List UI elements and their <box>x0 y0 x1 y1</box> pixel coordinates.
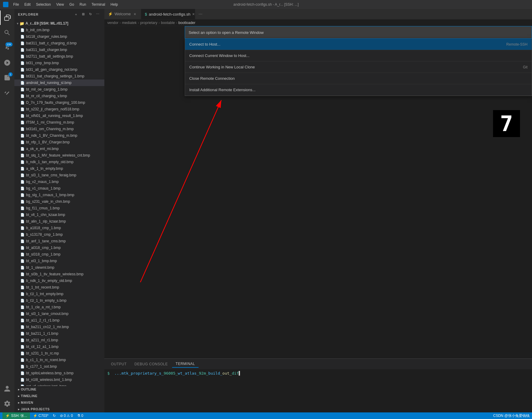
command-item-continue-working[interactable]: Continue Working in New Local Clone Git <box>185 61 532 73</box>
breadcrumb-bootable[interactable]: bootable <box>161 21 175 25</box>
tree-file-item[interactable]: 📄 bg_slg_1_cmaus_1_bmp.bmp <box>14 192 104 198</box>
tree-file-item[interactable]: 📄 bt_vlt_1_chn_kzaar.bmp <box>14 211 104 218</box>
tree-file-item[interactable]: 📄 bt_a11_2_r1_r1.bmp <box>14 317 104 324</box>
new-folder-button[interactable]: ⊞ <box>80 11 86 17</box>
status-branch-item[interactable]: ⚡ C703* <box>32 412 49 419</box>
tree-file-item[interactable]: 📄 bt_n1l8_wireless.bmt_1.bmp <box>14 376 104 383</box>
tree-file-item[interactable]: 📄 bt_1_cle_a_mt_t.bmp <box>14 304 104 310</box>
tree-file-item[interactable]: 📄 bt_sl3_1_tane_cms_feraig.bmp <box>14 172 104 178</box>
tree-file-item[interactable]: 📄 b_t1l_1_tn_empty_s.bmp <box>14 297 104 304</box>
tree-file-item[interactable]: 📄 b_ndk_1_tan_empty_old.bmp <box>14 159 104 165</box>
menu-selection[interactable]: Selection <box>34 2 53 7</box>
tree-file-item[interactable]: 📄 b_s13178_cmp_1.bmp <box>14 231 104 238</box>
tree-file-item[interactable]: 📄 bt_al318_cmp_1.bmp <box>14 244 104 251</box>
tree-file-item[interactable]: 📄 b_ndk_1_tiv_empty_old.bmp <box>14 277 104 284</box>
terminal-tab-debug[interactable]: DEBUG CONSOLE <box>131 361 171 367</box>
command-input-field[interactable] <box>189 30 528 35</box>
tree-file-item[interactable]: 📄 D_7n_179_faults_charging_100.bmp <box>14 99 104 106</box>
tree-file-item[interactable]: 📄 bt_sl318_cmp_1.bmp <box>14 251 104 258</box>
search-activity-icon[interactable] <box>0 25 14 40</box>
run-debug-activity-icon[interactable] <box>0 55 14 70</box>
status-errors-item[interactable]: ⊘ 0 ⚠ 0 <box>59 412 74 419</box>
java-projects-panel[interactable]: ▸ JAVA PROJECTS <box>14 406 104 412</box>
tab-android-fetch-close[interactable]: × <box>192 12 195 16</box>
tab-android-fetch[interactable]: $ android-fetch-configs.sh × <box>141 9 195 19</box>
tree-file-item[interactable]: 📄 bt118_charger_rules.bmp <box>14 33 104 40</box>
tab-welcome-close[interactable]: × <box>133 12 137 16</box>
tab-welcome[interactable]: ⚡ Welcome × <box>104 9 141 19</box>
tree-file-item[interactable]: 📄 bt2711_batt_all_settings.bmp <box>14 53 104 60</box>
tree-file-item[interactable]: 📄 bt_cil_12_a1_1.bmp <box>14 343 104 350</box>
tree-file-item[interactable]: 📄 ITSM_1_mi_Chanring_m.bmp <box>14 119 104 126</box>
tree-file-item[interactable]: 📄 bt_a211_ml_r1.bmp <box>14 337 104 343</box>
terminal-tab-terminal[interactable]: TERMINAL <box>172 361 199 368</box>
extensions-activity-icon[interactable]: 1 <box>0 70 14 85</box>
tree-file-item[interactable]: 📄 bt_spitoLwireless.bmp_s.bmp <box>14 370 104 376</box>
terminal-tab-output[interactable]: OUTPUT <box>107 361 130 367</box>
menu-help[interactable]: Help <box>108 2 121 7</box>
tree-file-item[interactable]: 📄 bt_s232_jl_chargers_nol518.bmp <box>14 106 104 112</box>
timeline-panel[interactable]: ▸ TIMELINE <box>14 393 104 399</box>
command-input-box[interactable] <box>185 26 532 39</box>
tree-file-item[interactable]: 📄 bg_v1_cmaus_1.bmp <box>14 185 104 192</box>
tree-file-item[interactable]: 📄 bg_s231_vale_in_chm.bmp <box>14 198 104 205</box>
remote-explorer-activity-icon[interactable] <box>0 85 14 100</box>
tree-file-item[interactable]: 📄 android_led_running_sl.bmp <box>14 79 104 86</box>
collapse-button[interactable]: ⋯ <box>95 11 101 17</box>
tree-file-item[interactable]: 📄 bg_v2_maus_1.bmp <box>14 178 104 185</box>
tree-file-item[interactable]: 📄 b_init_cm.bmp <box>14 27 104 33</box>
source-control-activity-icon[interactable]: 10K <box>0 40 14 55</box>
tree-file-item[interactable]: 📄 bt_alin_1_slp_kzaar.bmp <box>14 218 104 225</box>
root-folder-item[interactable]: ▾ 📁 A_r...E9 [SSH: ML.r01.17] <box>14 20 104 27</box>
tree-file-item[interactable]: 📄 bt311_bat_charging_settings_1.bmp <box>14 73 104 79</box>
menu-terminal[interactable]: Terminal <box>89 2 107 7</box>
tree-file-item[interactable]: 📄 bt_el3_1_bmp.bmp <box>14 258 104 264</box>
terminal-content[interactable]: $ ...mtk_proprietary_s_ 96005_ wt_atlas_… <box>104 369 532 412</box>
tree-file-item[interactable]: 📄 bt_anf_1_tane_cms.bmp <box>14 238 104 244</box>
tree-file-item[interactable]: 📄 bt_1_tnt_recent.bmp <box>14 284 104 291</box>
explorer-activity-icon[interactable] <box>0 10 14 25</box>
tab-overflow-button[interactable]: ⋯ <box>195 9 206 19</box>
maven-panel[interactable]: ▸ MAVEN <box>14 399 104 406</box>
tree-file-item[interactable]: 📄 b_c177_1_oot.bmp <box>14 363 104 370</box>
menu-edit[interactable]: Edit <box>22 2 33 7</box>
command-item-close-remote[interactable]: Close Remote Connection <box>185 73 532 84</box>
tree-file-item[interactable]: 📄 bt_sl3_1_tane_cmout.bmp <box>14 310 104 317</box>
tree-file-item[interactable]: 📄 bat311_batt_charger.bmp <box>14 46 104 53</box>
breadcrumb-proprietary[interactable]: proprietary <box>140 21 157 25</box>
new-file-button[interactable]: + <box>73 11 79 17</box>
status-remote-button[interactable]: ⚡ SSH: 张... <box>2 412 30 419</box>
tree-file-item[interactable]: 📄 bt_sl3b_1_tiv_feature_wireless.bmp <box>14 271 104 277</box>
tree-file-item[interactable]: 📄 bt_mil_oe_carging_1.bmp <box>14 86 104 93</box>
tree-file-item[interactable]: 📄 ast_vf_wireless.kmt_bmp <box>14 383 104 386</box>
status-tests-item[interactable]: ⚗ 0 <box>76 412 85 419</box>
breadcrumb-bootloader[interactable]: bootloader <box>178 21 196 25</box>
tree-file-item[interactable]: 📄 bt_nr_cil_charging_v.bmp <box>14 93 104 99</box>
tree-file-item[interactable]: 📄 bt31_all_gen_charging_nol.bmp <box>14 66 104 73</box>
breadcrumb-vendor[interactable]: vendor <box>107 21 118 25</box>
explorer-tree[interactable]: ▾ 📁 A_r...E9 [SSH: ML.r01.17] 📄 b_init_c… <box>14 19 104 386</box>
tree-file-item[interactable]: 📄 bt_nfp_1_BV_Charger.bmp <box>14 139 104 145</box>
tree-file-item[interactable]: 📄 bt_s231_1_tn_rc.mp <box>14 350 104 357</box>
command-item-connect-current[interactable]: Connect Current Window to Host... <box>185 50 532 61</box>
command-item-install-extensions[interactable]: Install Additional Remote Extensions... <box>185 84 532 96</box>
tree-file-item[interactable]: 📄 bt_ndk_1_BV_Chanring_m.bmp <box>14 132 104 139</box>
tree-file-item[interactable]: 📄 a_slk_1_tn_empty.bmp <box>14 165 104 172</box>
outline-panel[interactable]: ▸ OUTLINE <box>14 386 104 393</box>
tree-file-item[interactable]: 📄 bat311_batt_c_charging_d.bmp <box>14 40 104 46</box>
breadcrumb-mediatek[interactable]: mediatek <box>122 21 137 25</box>
command-item-connect-host[interactable]: Connect to Host... Remote-SSH <box>185 39 532 50</box>
refresh-button[interactable]: ↻ <box>88 11 94 17</box>
tree-file-item[interactable]: 📄 b_c1_1_tn_rc_rcent.bmp <box>14 357 104 363</box>
tree-file-item[interactable]: 📄 bt_slq_1_MV_feature_wireless_cnt.bmp <box>14 152 104 159</box>
editor-content[interactable]: 7 Connect to Host... Remote-SSH Connect … <box>104 26 532 358</box>
tree-file-item[interactable]: 📄 bt_1_olewml.bmp <box>14 264 104 271</box>
tree-file-item[interactable]: 📄 bg_f11_cmus_1.bmp <box>14 205 104 211</box>
tree-file-item[interactable]: 📄 bt31d1_om_Chanring_m.bmp <box>14 126 104 132</box>
status-sync-item[interactable]: ↻ <box>52 412 57 419</box>
menu-view[interactable]: View <box>54 2 66 7</box>
tree-file-item[interactable]: 📄 b_t1l_1_tnt_empty.bmp <box>14 291 104 297</box>
tree-file-item[interactable]: 📄 a_ok_e_ent_mi.bmp <box>14 145 104 152</box>
account-activity-icon[interactable] <box>0 382 14 396</box>
tree-file-item[interactable]: 📄 bt_ba211_1_r1.bmp <box>14 330 104 337</box>
